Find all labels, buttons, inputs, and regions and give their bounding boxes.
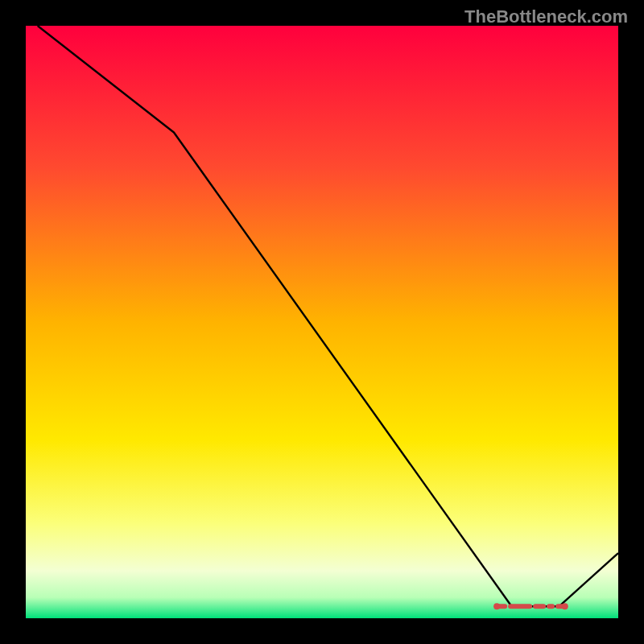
optimal-band-end-dot bbox=[562, 603, 568, 609]
gradient-background bbox=[26, 26, 618, 618]
watermark-text: TheBottleneck.com bbox=[464, 6, 628, 27]
plot-area bbox=[26, 26, 618, 618]
chart-container: TheBottleneck.com bbox=[0, 0, 644, 644]
chart-svg bbox=[26, 26, 618, 618]
optimal-band-start-dot bbox=[493, 603, 500, 609]
